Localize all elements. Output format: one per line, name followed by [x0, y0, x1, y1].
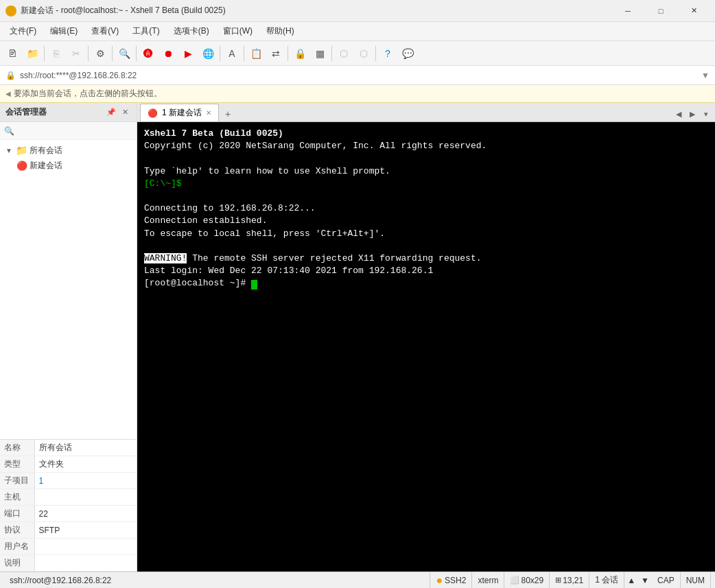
terminal-line: Last login: Wed Dec 22 07:13:40 2021 fro…	[144, 265, 708, 277]
tab-session[interactable]: 🔴 1 新建会话 ✕	[140, 104, 219, 121]
terminal-line: Connection established.	[144, 215, 708, 227]
properties-table: 名称所有会话类型文件夹子项目1主机端口22协议SFTP用户名说明	[0, 440, 137, 572]
tab-add-button[interactable]: +	[220, 106, 235, 121]
tb-sep9	[375, 46, 376, 61]
close-button[interactable]: ✕	[678, 0, 710, 22]
property-row: 协议SFTP	[0, 522, 137, 539]
terminal-line: Copyright (c) 2020 NetSarang Computer, I…	[144, 140, 708, 152]
status-scroll-down-button[interactable]: ▼	[638, 572, 652, 588]
menu-tabs[interactable]: 选项卡(B)	[167, 23, 216, 40]
property-value: 22	[34, 506, 137, 522]
tb-sep6	[244, 46, 244, 61]
status-address: ssh://root@192.168.26.8:22	[4, 572, 430, 588]
status-bar: ssh://root@192.168.26.8:22 ● SSH2 xterm …	[0, 572, 715, 588]
tb-color[interactable]: 🅐	[139, 44, 158, 63]
tb-rec[interactable]: ⏺	[159, 44, 178, 63]
address-dropdown-button[interactable]: ▼	[701, 71, 710, 80]
tb-open[interactable]: 📁	[23, 44, 42, 63]
toolbar: 🖹 📁 ⎘ ✂ ⚙ 🔍 🅐 ⏺ ▶ 🌐 A 📋 ⇄ 🔒 ▦ ⬡ ⬡ ? 💬	[0, 41, 715, 66]
property-row: 用户名	[0, 539, 137, 555]
properties-panel: 名称所有会话类型文件夹子项目1主机端口22协议SFTP用户名说明	[0, 439, 137, 572]
lock-icon: 🔒	[5, 71, 16, 80]
minimize-button[interactable]: ─	[612, 0, 644, 22]
tree-root[interactable]: ▼ 📁 所有会话	[0, 143, 137, 158]
sidebar-pin-button[interactable]: 📌	[105, 106, 117, 119]
status-cursor: ⊞ 13,21	[550, 572, 589, 588]
tb-script[interactable]: ▶	[178, 44, 198, 63]
terminal-line	[144, 152, 708, 165]
tb-font[interactable]: A	[222, 44, 242, 63]
tb-cut: ✂	[67, 44, 86, 63]
info-bar: ◀ 要添加当前会话，点击左侧的箭头按钮。	[0, 85, 715, 103]
tab-next-button[interactable]: ▶	[686, 108, 699, 120]
tb-new[interactable]: 🖹	[3, 44, 22, 63]
tb-lock: 🔒	[290, 44, 309, 63]
tb-d1: ⬡	[334, 44, 353, 63]
status-num-text: NUM	[686, 576, 705, 585]
tab-close-button[interactable]: ✕	[206, 109, 211, 117]
tb-d2: ⬡	[354, 44, 373, 63]
window-controls: ─ □ ✕	[612, 0, 710, 22]
sidebar: 会话管理器 📌 ✕ 🔍 ▼ 📁 所有会话 🔴 新建会话 名称所	[0, 103, 137, 572]
tree-root-label: 所有会话	[30, 145, 62, 156]
status-cap: CAP	[652, 572, 681, 588]
tab-menu-button[interactable]: ▾	[700, 108, 712, 120]
status-size-text: 80x29	[521, 576, 543, 585]
menu-view[interactable]: 查看(V)	[84, 23, 126, 40]
terminal-line: Connecting to 192.168.26.8:22...	[144, 202, 708, 215]
property-row: 说明	[0, 555, 137, 572]
terminal-line: Type `help' to learn how to use Xshell p…	[144, 165, 708, 178]
tb-sep3	[112, 46, 113, 61]
tab-session-label: 1 新建会话	[162, 107, 202, 119]
property-key: 端口	[0, 506, 34, 522]
tb-terminal[interactable]: ▦	[310, 44, 329, 63]
tb-settings[interactable]: ⚙	[91, 44, 110, 63]
property-key: 主机	[0, 489, 34, 506]
tb-sep8	[331, 46, 332, 61]
tb-sep5	[220, 46, 220, 61]
tree-session-label: 新建会话	[30, 160, 62, 172]
tab-session-icon: 🔴	[148, 108, 158, 118]
menu-edit[interactable]: 编辑(E)	[43, 23, 84, 40]
main-area: 会话管理器 📌 ✕ 🔍 ▼ 📁 所有会话 🔴 新建会话 名称所	[0, 103, 715, 572]
terminal-line: Xshell 7 Beta (Build 0025)	[144, 128, 708, 140]
sidebar-close-button[interactable]: ✕	[119, 106, 131, 119]
status-encoding-text: xterm	[478, 576, 498, 585]
tb-chat[interactable]: 💬	[398, 44, 417, 63]
folder-icon: 📁	[16, 145, 27, 156]
tb-transfer[interactable]: ⇄	[266, 44, 285, 63]
address-bar: 🔒 ssh://root:****@192.168.26.8:22 ▼	[0, 66, 715, 85]
tab-bar: 🔴 1 新建会话 ✕ + ◀ ▶ ▾	[137, 103, 715, 122]
status-address-text: ssh://root@192.168.26.8:22	[10, 576, 111, 585]
menu-window[interactable]: 窗口(W)	[216, 23, 259, 40]
tab-navigation: ◀ ▶ ▾	[672, 108, 712, 121]
terminal-prompt: [C:\~]$	[144, 178, 708, 190]
menu-help[interactable]: 帮助(H)	[259, 23, 301, 40]
tb-sep4	[136, 46, 137, 61]
property-value: 所有会话	[34, 440, 137, 456]
tree-session-item[interactable]: 🔴 新建会话	[0, 158, 137, 173]
menu-file[interactable]: 文件(F)	[3, 23, 43, 40]
info-text: 要添加当前会话，点击左侧的箭头按钮。	[14, 88, 162, 99]
terminal[interactable]: Xshell 7 Beta (Build 0025) Copyright (c)…	[137, 122, 715, 572]
app-icon	[5, 5, 16, 16]
maximize-button[interactable]: □	[645, 0, 677, 22]
property-value	[34, 539, 137, 555]
tab-list: 🔴 1 新建会话 ✕ +	[140, 104, 235, 121]
property-row: 名称所有会话	[0, 440, 137, 456]
menu-bar: 文件(F) 编辑(E) 查看(V) 工具(T) 选项卡(B) 窗口(W) 帮助(…	[0, 22, 715, 41]
property-row: 子项目1	[0, 473, 137, 489]
property-key: 用户名	[0, 539, 34, 555]
tb-sep7	[288, 46, 288, 61]
tab-prev-button[interactable]: ◀	[672, 108, 685, 120]
tb-help[interactable]: ?	[378, 44, 397, 63]
sidebar-search-input[interactable]	[17, 127, 132, 135]
status-num: NUM	[681, 572, 711, 588]
terminal-line	[144, 240, 708, 252]
menu-tools[interactable]: 工具(T)	[126, 23, 166, 40]
tb-globe[interactable]: 🌐	[198, 44, 218, 63]
status-scroll-up-button[interactable]: ▲	[624, 572, 638, 588]
property-row: 主机	[0, 489, 137, 506]
tb-search[interactable]: 🔍	[115, 44, 134, 63]
address-text: ssh://root:****@192.168.26.8:22	[20, 71, 697, 80]
